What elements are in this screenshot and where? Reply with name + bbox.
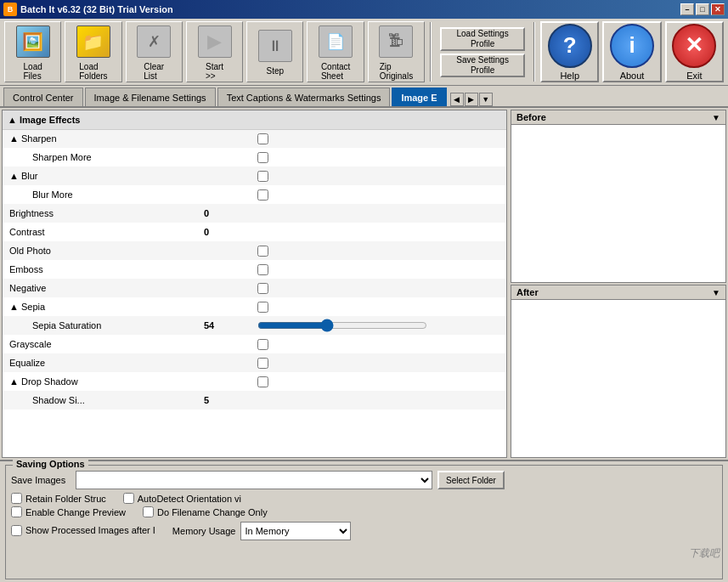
before-panel-header: Before ▼ bbox=[511, 110, 725, 125]
save-images-select[interactable] bbox=[76, 471, 432, 489]
saving-options-title: Saving Options bbox=[13, 459, 88, 469]
contrast-value: 0 bbox=[200, 223, 255, 241]
about-button[interactable]: i About bbox=[602, 21, 661, 82]
show-processed-checkbox[interactable] bbox=[11, 525, 22, 536]
filename-change-label: Do Filename Change Only bbox=[157, 507, 268, 517]
grayscale-label: Grayscale bbox=[3, 335, 200, 353]
negative-checkbox[interactable] bbox=[257, 283, 268, 294]
clear-list-icon: ✗ bbox=[137, 25, 171, 58]
saving-options: Saving Options Save Images Select Folder… bbox=[0, 460, 728, 582]
contrast-label: Contrast bbox=[3, 223, 200, 241]
separator2 bbox=[533, 22, 535, 82]
autodetect-item: AutoDetect Orientation vi bbox=[123, 493, 241, 504]
load-folders-button[interactable]: 📁 LoadFolders bbox=[65, 21, 121, 82]
retain-folder-checkbox[interactable] bbox=[11, 493, 22, 504]
blur-checkbox[interactable] bbox=[257, 171, 268, 182]
start-button[interactable]: ▶ Start>> bbox=[186, 21, 243, 82]
exit-label: Exit bbox=[686, 71, 702, 81]
close-button[interactable]: ✕ bbox=[711, 3, 725, 15]
autodetect-checkbox[interactable] bbox=[123, 493, 134, 504]
step-button[interactable]: ⏸ Step bbox=[246, 21, 303, 82]
step-icon: ⏸ bbox=[258, 30, 292, 62]
blur-more-checkbox[interactable] bbox=[257, 189, 268, 201]
sepia-saturation-slider[interactable] bbox=[257, 319, 427, 332]
tab-text-captions[interactable]: Text Captions & Watermarks Settings bbox=[217, 88, 391, 106]
exit-button[interactable]: ✕ Exit bbox=[665, 21, 724, 82]
image-effects-title: ▲ Image Effects bbox=[3, 110, 506, 129]
zip-originals-button[interactable]: 🗜 ZipOriginals bbox=[368, 21, 425, 82]
effects-table: ▲ Image Effects ▲ Sharpen bbox=[3, 110, 506, 410]
load-files-button[interactable]: LoadFiles bbox=[4, 21, 61, 82]
sepia-row: ▲ Sepia bbox=[3, 297, 506, 316]
before-panel: Before ▼ bbox=[511, 110, 726, 283]
equalize-checkbox[interactable] bbox=[257, 358, 268, 369]
effects-scroll[interactable]: ▲ Image Effects ▲ Sharpen bbox=[3, 110, 506, 457]
sharpen-row: ▲ Sharpen bbox=[3, 129, 506, 148]
help-label: Help bbox=[560, 71, 579, 81]
tab-bar: Control Center Image & Filename Settings… bbox=[0, 86, 728, 108]
contact-sheet-button[interactable]: 📄 ContactSheet bbox=[307, 21, 364, 82]
after-panel-content bbox=[511, 300, 725, 457]
sharpen-arrow: ▲ bbox=[9, 133, 21, 144]
sepia-saturation-row: Sepia Saturation 54 bbox=[3, 316, 506, 335]
shadow-size-value: 5 bbox=[200, 391, 255, 410]
before-label: Before bbox=[516, 112, 546, 122]
help-button[interactable]: ? Help bbox=[540, 21, 599, 82]
tab-menu-button[interactable]: ▼ bbox=[479, 93, 493, 106]
blur-arrow: ▲ bbox=[9, 171, 21, 181]
step-label: Step bbox=[267, 66, 285, 76]
filename-change-checkbox[interactable] bbox=[143, 506, 154, 517]
show-processed-item: Show Processed Images after I bbox=[11, 525, 155, 536]
before-after-panel: Before ▼ After ▼ bbox=[511, 110, 726, 458]
load-folders-label: LoadFolders bbox=[79, 62, 107, 81]
old-photo-row: Old Photo bbox=[3, 241, 506, 260]
tab-image-filename[interactable]: Image & Filename Settings bbox=[85, 88, 216, 106]
load-files-label: LoadFiles bbox=[24, 62, 42, 81]
clear-list-label: ClearList bbox=[144, 62, 164, 81]
emboss-checkbox[interactable] bbox=[257, 264, 268, 275]
equalize-label: Equalize bbox=[3, 353, 200, 372]
zip-originals-label: ZipOriginals bbox=[380, 62, 413, 81]
sepia-saturation-value: 54 bbox=[200, 316, 255, 335]
after-dropdown[interactable]: ▼ bbox=[712, 288, 720, 297]
select-folder-button[interactable]: Select Folder bbox=[437, 471, 505, 489]
before-dropdown[interactable]: ▼ bbox=[712, 113, 720, 122]
load-settings-button[interactable]: Load SettingsProfile bbox=[440, 27, 525, 51]
retain-folder-label: Retain Folder Struc bbox=[25, 494, 106, 504]
sharpen-more-checkbox[interactable] bbox=[257, 152, 268, 163]
shadow-size-label: Shadow Si... bbox=[3, 391, 200, 410]
tab-next-button[interactable]: ▶ bbox=[465, 93, 478, 106]
enable-preview-checkbox[interactable] bbox=[11, 506, 22, 517]
maximize-button[interactable]: □ bbox=[696, 3, 709, 15]
brightness-row: Brightness 0 bbox=[3, 204, 506, 223]
tab-control-center[interactable]: Control Center bbox=[3, 88, 83, 106]
filename-change-item: Do Filename Change Only bbox=[143, 506, 268, 517]
watermark-text: 下载吧 bbox=[689, 546, 720, 561]
negative-label: Negative bbox=[3, 279, 200, 297]
drop-shadow-checkbox[interactable] bbox=[257, 376, 268, 387]
sepia-saturation-label: Sepia Saturation bbox=[3, 316, 200, 335]
help-icon: ? bbox=[548, 24, 592, 68]
old-photo-checkbox[interactable] bbox=[257, 246, 268, 257]
sharpen-checkbox[interactable] bbox=[257, 133, 268, 144]
autodetect-label: AutoDetect Orientation vi bbox=[138, 494, 241, 504]
sepia-checkbox[interactable] bbox=[257, 302, 268, 313]
contrast-row: Contrast 0 bbox=[3, 223, 506, 241]
tab-image-effects[interactable]: Image E bbox=[392, 88, 446, 106]
enable-preview-label: Enable Change Preview bbox=[25, 507, 126, 517]
memory-select[interactable]: In Memory Disk Auto bbox=[240, 522, 351, 540]
sharpen-more-label: Sharpen More bbox=[3, 148, 200, 167]
save-settings-button[interactable]: Save SettingsProfile bbox=[440, 54, 525, 77]
load-folders-icon: 📁 bbox=[76, 25, 110, 58]
brightness-value: 0 bbox=[200, 204, 255, 223]
save-images-row: Save Images Select Folder bbox=[11, 471, 717, 489]
clear-list-button[interactable]: ✗ ClearList bbox=[126, 21, 183, 82]
tab-prev-button[interactable]: ◀ bbox=[450, 93, 464, 106]
before-panel-content bbox=[511, 125, 725, 282]
content-area: ▲ Image Effects ▲ Sharpen bbox=[0, 108, 728, 460]
about-label: About bbox=[620, 71, 645, 81]
separator bbox=[430, 22, 432, 82]
grayscale-checkbox[interactable] bbox=[257, 339, 268, 350]
minimize-button[interactable]: – bbox=[680, 3, 694, 15]
blur-more-label: Blur More bbox=[3, 185, 200, 204]
